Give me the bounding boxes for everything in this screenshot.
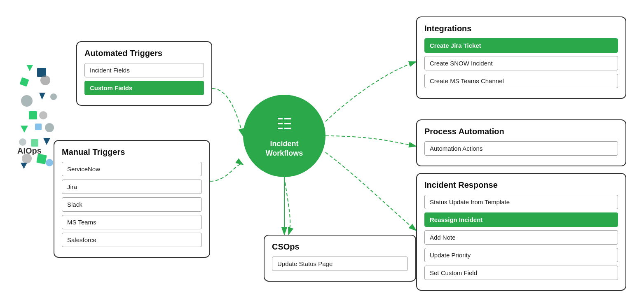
process-automation-item-0[interactable]: Automation Actions [424, 141, 618, 156]
csops-item-0[interactable]: Update Status Page [272, 257, 408, 271]
svg-point-19 [46, 159, 53, 166]
manual-triggers-item-2[interactable]: Slack [62, 197, 202, 212]
svg-rect-4 [19, 77, 29, 86]
svg-marker-10 [21, 126, 28, 133]
svg-point-12 [45, 123, 54, 132]
csops-box: CSOps Update Status Page [264, 235, 416, 282]
center-circle: IncidentWorkflows [243, 95, 326, 177]
integrations-title: Integrations [424, 24, 618, 33]
process-automation-box: Process Automation Automation Actions [416, 119, 626, 166]
svg-rect-20 [278, 118, 283, 119]
incident-response-item-0[interactable]: Status Update from Template [424, 195, 618, 209]
svg-marker-2 [27, 65, 33, 71]
manual-triggers-box: Manual Triggers ServiceNow Jira Slack MS… [54, 140, 210, 258]
svg-rect-21 [284, 118, 291, 119]
process-automation-title: Process Automation [424, 127, 618, 136]
svg-marker-18 [21, 163, 27, 169]
csops-title: CSOps [272, 242, 408, 252]
svg-rect-8 [29, 111, 37, 119]
svg-point-5 [21, 95, 33, 107]
manual-triggers-item-1[interactable]: Jira [62, 180, 202, 194]
integrations-box: Integrations Create Jira Ticket Create S… [416, 16, 626, 99]
incident-response-item-4[interactable]: Set Custom Field [424, 266, 618, 280]
svg-point-7 [50, 93, 57, 100]
svg-rect-24 [278, 128, 283, 129]
automated-triggers-item-1[interactable]: Custom Fields [84, 81, 204, 95]
svg-point-3 [40, 75, 50, 85]
workflow-icon [274, 114, 294, 136]
incident-response-item-2[interactable]: Add Note [424, 230, 618, 245]
automated-triggers-box: Automated Triggers Incident Fields Custo… [76, 41, 212, 106]
incident-response-item-1[interactable]: Reassign Incident [424, 212, 618, 227]
integrations-item-0[interactable]: Create Jira Ticket [424, 38, 618, 53]
automated-triggers-item-0[interactable]: Incident Fields [84, 63, 204, 77]
svg-rect-14 [31, 139, 38, 147]
svg-rect-25 [284, 128, 291, 129]
incident-response-item-3[interactable]: Update Priority [424, 248, 618, 262]
manual-triggers-item-3[interactable]: MS Teams [62, 215, 202, 229]
svg-rect-22 [278, 123, 283, 124]
svg-marker-6 [39, 93, 45, 100]
integrations-item-1[interactable]: Create SNOW Incident [424, 56, 618, 70]
incident-response-title: Incident Response [424, 180, 618, 190]
center-label: IncidentWorkflows [266, 139, 303, 159]
incident-response-box: Incident Response Status Update from Tem… [416, 173, 626, 291]
aiops-label: AIOps [17, 146, 42, 156]
integrations-item-2[interactable]: Create MS Teams Channel [424, 74, 618, 88]
manual-triggers-item-4[interactable]: Salesforce [62, 233, 202, 247]
svg-rect-11 [35, 124, 42, 130]
svg-point-13 [19, 138, 26, 146]
automated-triggers-title: Automated Triggers [84, 49, 204, 58]
svg-point-9 [39, 111, 47, 119]
manual-triggers-item-0[interactable]: ServiceNow [62, 162, 202, 176]
manual-triggers-title: Manual Triggers [62, 147, 202, 157]
svg-rect-23 [284, 123, 291, 124]
canvas: AIOps Automated Triggers Incident Fields… [0, 0, 644, 308]
svg-marker-15 [43, 138, 50, 145]
